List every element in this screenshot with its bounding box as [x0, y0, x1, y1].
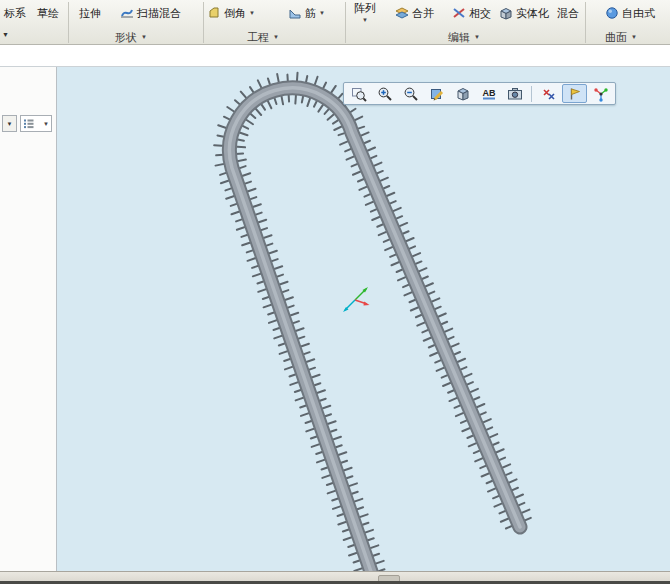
- ribbon-group-separator: [68, 2, 69, 43]
- chevron-down-icon[interactable]: ▼: [319, 10, 325, 16]
- ribbon-button-solidify[interactable]: 实体化: [496, 0, 552, 26]
- ribbon-group-surfaces[interactable]: 曲面 ▼: [590, 30, 652, 44]
- spin-axis-x-arrowhead: [364, 302, 370, 306]
- zoom-out-button[interactable]: [398, 84, 423, 103]
- ribbon-button-freestyle[interactable]: 自由式: [602, 0, 658, 26]
- saved-orientations-icon: AB: [481, 86, 497, 102]
- swept-blend-icon: [120, 6, 134, 20]
- engineering-group-label: 工程: [247, 30, 269, 45]
- chamfer-icon: [207, 6, 221, 20]
- repaint-icon: [429, 86, 445, 102]
- named-views-icon: [507, 86, 523, 102]
- solidify-icon: [499, 6, 513, 20]
- spin-center-triad: [335, 280, 375, 320]
- rib-label: 筋: [305, 6, 316, 21]
- toolbar-separator: [531, 86, 532, 102]
- zoom-in-button[interactable]: [372, 84, 397, 103]
- pattern-label: 阵列: [354, 1, 376, 16]
- ribbon-group-separator: [585, 2, 586, 43]
- editing-group-label: 编辑: [448, 30, 470, 45]
- spin-center-icon: [593, 86, 609, 102]
- graphics-viewport[interactable]: AB: [57, 67, 670, 571]
- list-icon: [23, 118, 34, 129]
- display-style-button[interactable]: [450, 84, 475, 103]
- ribbon-button-sketch[interactable]: 草绘: [34, 0, 62, 26]
- ribbon-button-pattern[interactable]: 阵列 ▼: [351, 0, 379, 26]
- ribbon-button-intersect[interactable]: 相交: [449, 0, 494, 26]
- chevron-down-icon[interactable]: ▼: [362, 17, 368, 23]
- merge-label: 合并: [412, 6, 434, 21]
- ribbon-button-chamfer[interactable]: 倒角 ▼: [204, 0, 258, 26]
- ribbon-button-merge[interactable]: 合并: [392, 0, 437, 26]
- ribbon-button-extrude[interactable]: 拉伸: [76, 0, 104, 26]
- chevron-down-icon: ▼: [631, 34, 637, 40]
- intersect-icon: [452, 6, 466, 20]
- model-tree-display-combo[interactable]: ▼: [20, 115, 52, 132]
- coordinate-system-label: 标系: [4, 6, 26, 21]
- chevron-down-icon: ▼: [474, 34, 480, 40]
- ribbon-group-engineering[interactable]: 工程 ▼: [232, 30, 294, 44]
- shapes-group-label: 形状: [115, 30, 137, 45]
- chevron-down-icon: ▼: [43, 121, 49, 127]
- ribbon-group-shapes[interactable]: 形状 ▼: [100, 30, 162, 44]
- display-style-icon: [455, 86, 471, 102]
- surfaces-group-label: 曲面: [605, 30, 627, 45]
- refit-icon: [351, 86, 367, 102]
- sketch-label: 草绘: [37, 6, 59, 21]
- rib-icon: [288, 6, 302, 20]
- ribbon-group-editing[interactable]: 编辑 ▼: [433, 30, 495, 44]
- chevron-down-icon: ▼: [141, 34, 147, 40]
- ribbon-button-swept-blend[interactable]: 扫描混合: [117, 0, 184, 26]
- intersect-label: 相交: [469, 6, 491, 21]
- ribbon-button-coordinate-system[interactable]: 标系: [1, 0, 29, 26]
- saved-orientations-glyph: AB: [482, 88, 495, 98]
- swept-blend-label: 扫描混合: [137, 6, 181, 21]
- chevron-down-icon[interactable]: ▼: [249, 10, 255, 16]
- freestyle-label: 自由式: [622, 6, 655, 21]
- ribbon-group-separator: [345, 2, 346, 43]
- solidify-label: 实体化: [516, 6, 549, 21]
- annotation-display-button[interactable]: [562, 84, 587, 103]
- merge-icon: [395, 6, 409, 20]
- zoom-in-icon: [377, 86, 393, 102]
- blend-label: 混合: [557, 6, 579, 21]
- chevron-down-icon: ▼: [7, 121, 13, 127]
- freestyle-icon: [605, 6, 619, 20]
- chamfer-label: 倒角: [224, 6, 246, 21]
- datum-display-filters-button[interactable]: [536, 84, 561, 103]
- model-tree-panel: ▼ ▼: [0, 67, 57, 571]
- zoom-out-icon: [403, 86, 419, 102]
- ribbon: 标系 草绘 拉伸 扫描混合 倒角 ▼ 筋 ▼ 阵列 ▼ 合并: [0, 0, 670, 45]
- saved-orientations-button[interactable]: AB: [476, 84, 501, 103]
- chevron-down-icon: ▼: [273, 34, 279, 40]
- datum-display-filters-icon: [541, 86, 557, 102]
- refit-button[interactable]: [346, 84, 371, 103]
- ribbon-button-rib[interactable]: 筋 ▼: [285, 0, 328, 26]
- extrude-label: 拉伸: [79, 6, 101, 21]
- in-graphics-toolbar: AB: [343, 82, 616, 105]
- model-tree-filter-button[interactable]: ▼: [2, 115, 17, 132]
- toolbar-spacer: [0, 46, 670, 67]
- annotation-display-icon: [567, 86, 583, 102]
- ribbon-overflow-chevron-icon[interactable]: ▼: [2, 31, 9, 38]
- ribbon-button-blend[interactable]: 混合: [554, 0, 582, 26]
- spin-center-toggle-button[interactable]: [588, 84, 613, 103]
- repaint-button[interactable]: [424, 84, 449, 103]
- named-views-button[interactable]: [502, 84, 527, 103]
